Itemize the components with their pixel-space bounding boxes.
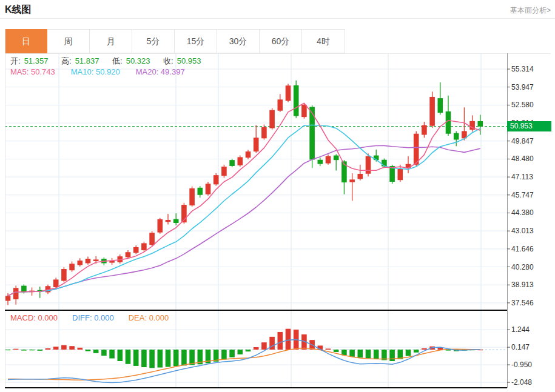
candle-body	[261, 127, 267, 138]
candle-body	[93, 259, 99, 261]
candle-body	[166, 220, 171, 222]
candle-body	[214, 175, 219, 184]
candle-body	[69, 264, 75, 270]
price-axis-label: 48.480	[511, 154, 534, 163]
low-label: 低:	[112, 56, 123, 65]
macd-hist-bar	[389, 350, 395, 361]
macd-hist-bar	[61, 345, 67, 350]
macd-hist-bar	[189, 350, 195, 365]
open-label: 开:	[10, 56, 21, 65]
candle-body	[366, 156, 371, 174]
close-label: 收:	[163, 56, 173, 65]
candle-body	[198, 188, 203, 195]
kline-page: K线图 基本面分析> 日周月5分15分30分60分4时 开:51.357 高:5…	[0, 0, 555, 392]
ma-legend-ma5: MA5: 50.743	[10, 67, 55, 76]
macd-hist-bar	[366, 350, 371, 359]
macd-axis-label: -0.950	[511, 360, 532, 369]
candle-body	[318, 160, 323, 164]
macd-hist-bar	[349, 350, 355, 357]
macd-hist-bar	[149, 350, 155, 368]
macd-legend-diff: DIFF: 0.000	[72, 313, 114, 322]
ma10-line	[8, 125, 480, 296]
macd-hist-bar	[21, 350, 27, 351]
candle-body	[13, 288, 19, 299]
macd-hist-bar	[229, 350, 235, 357]
candle-body	[238, 157, 243, 165]
candle-body	[326, 156, 331, 164]
macd-hist-bar	[13, 349, 19, 350]
macd-legend-dea: DEA: 0.000	[129, 313, 169, 322]
price-axis-label: 53.947	[511, 83, 534, 91]
candle-body	[221, 167, 227, 176]
macd-hist-bar	[69, 346, 75, 350]
close-value: 50.953	[177, 56, 201, 65]
candle-body	[21, 286, 27, 292]
price-axis-label: 49.847	[511, 137, 534, 145]
candle-body	[141, 243, 147, 250]
macd-hist-bar	[29, 350, 35, 350]
candle-body	[429, 97, 435, 126]
macd-hist-bar	[38, 350, 43, 351]
macd-hist-bar	[406, 350, 411, 356]
macd-hist-bar	[101, 350, 107, 356]
candle-body	[229, 160, 235, 166]
macd-hist-bar	[374, 350, 379, 359]
macd-hist-bar	[358, 350, 363, 357]
macd-axis-label: 1.244	[511, 325, 530, 334]
price-axis-label: 41.646	[511, 245, 534, 253]
price-axis-label: 52.580	[511, 101, 534, 109]
candle-body	[61, 269, 67, 281]
macd-hist-bar	[166, 350, 171, 367]
ohlc-info-bar: 开:51.357 高:51.837 低:50.323 收:50.953	[10, 56, 212, 67]
candle-body	[149, 233, 155, 245]
candle-body	[5, 296, 11, 301]
ma-legend-ma20: MA20: 49.397	[136, 67, 185, 76]
macd-hist-bar	[109, 350, 115, 359]
macd-hist-bar	[158, 350, 163, 368]
candle-body	[269, 110, 275, 128]
ma-info-bar: MA5: 50.743MA10: 50.920MA20: 49.397	[10, 67, 201, 76]
macd-legend-macd: MACD: 0.000	[10, 313, 58, 322]
candle-body	[286, 85, 291, 101]
ma-legend-ma10: MA10: 50.920	[71, 67, 120, 76]
macd-hist-bar	[173, 350, 179, 366]
candle-body	[301, 105, 307, 117]
price-axis-label: 38.913	[511, 281, 534, 289]
candle-body	[294, 85, 299, 116]
macd-hist-bar	[278, 332, 283, 350]
price-axis-label: 45.747	[511, 191, 534, 199]
current-price-badge: 50.953	[507, 121, 551, 131]
candle-body	[349, 179, 355, 182]
macd-hist-bar	[341, 350, 347, 355]
macd-hist-bar	[53, 347, 59, 350]
macd-hist-bar	[246, 350, 251, 351]
candle-body	[278, 99, 283, 110]
candle-body	[446, 111, 451, 134]
macd-axis-label: -2.048	[511, 378, 532, 387]
macd-hist-bar	[238, 350, 243, 354]
macd-hist-bar	[141, 350, 147, 367]
candle-body	[86, 259, 91, 263]
candle-body	[334, 156, 339, 161]
candle-body	[422, 125, 427, 135]
candle-body	[454, 133, 459, 140]
price-axis-label: 43.013	[511, 227, 534, 235]
price-axis-label: 37.546	[511, 299, 534, 307]
macd-hist-bar	[133, 350, 139, 366]
macd-hist-bar	[181, 350, 187, 365]
candle-body	[53, 279, 59, 287]
candle-body	[126, 252, 131, 257]
macd-hist-bar	[86, 350, 91, 351]
macd-hist-bar	[45, 348, 51, 350]
macd-hist-bar	[221, 350, 227, 359]
macd-hist-bar	[126, 350, 131, 364]
candle-body	[254, 138, 259, 151]
macd-hist-bar	[422, 348, 427, 350]
price-axis-label: 55.314	[511, 65, 534, 73]
macd-hist-bar	[254, 347, 259, 350]
candle-body	[206, 184, 211, 194]
macd-hist-bar	[93, 350, 99, 353]
candle-body	[133, 247, 139, 253]
macd-hist-bar	[326, 348, 331, 350]
low-value: 50.323	[126, 56, 150, 65]
